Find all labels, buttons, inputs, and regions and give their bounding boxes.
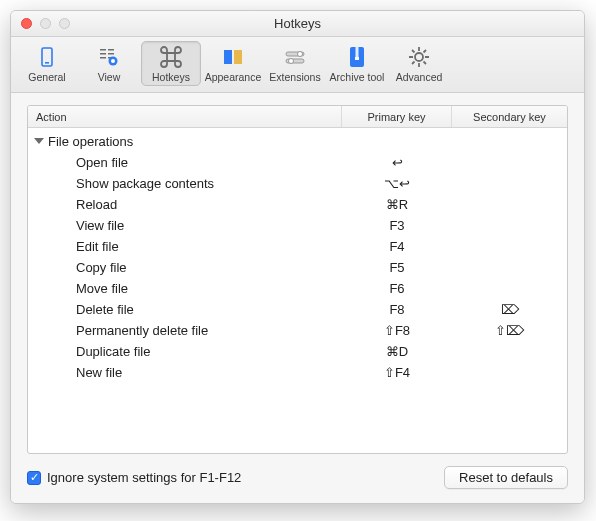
tab-extensions[interactable]: Extensions <box>265 41 325 86</box>
tab-appearance[interactable]: Appearance <box>203 41 263 86</box>
svg-line-25 <box>424 62 427 65</box>
svg-rect-18 <box>355 57 359 60</box>
secondary-key-cell[interactable]: ⌦ <box>452 302 567 317</box>
primary-key-cell[interactable]: ⌥↩ <box>342 176 452 191</box>
action-cell: Reload <box>28 197 342 212</box>
table-row[interactable]: Duplicate file⌘D <box>28 341 567 362</box>
tab-view[interactable]: View <box>79 41 139 86</box>
table-row[interactable]: Show package contents⌥↩ <box>28 173 567 194</box>
tab-label: Advanced <box>396 71 443 83</box>
table-row[interactable]: New file⇧F4 <box>28 362 567 383</box>
group-row[interactable]: File operations <box>28 130 567 152</box>
svg-rect-2 <box>100 49 106 51</box>
secondary-key-cell[interactable]: ⇧⌦ <box>452 323 567 338</box>
table-row[interactable]: Delete fileF8⌦ <box>28 299 567 320</box>
tab-label: Extensions <box>269 71 320 83</box>
svg-rect-10 <box>224 50 232 64</box>
action-cell: Edit file <box>28 239 342 254</box>
tab-general[interactable]: General <box>17 41 77 86</box>
action-cell: Move file <box>28 281 342 296</box>
action-cell: Open file <box>28 155 342 170</box>
primary-key-cell[interactable]: F6 <box>342 281 452 296</box>
svg-rect-17 <box>356 47 359 58</box>
checkbox-icon: ✓ <box>27 471 41 485</box>
action-cell: Show package contents <box>28 176 342 191</box>
svg-line-26 <box>412 62 415 65</box>
content-area: Action Primary key Secondary key File op… <box>11 93 584 503</box>
column-primary[interactable]: Primary key <box>342 106 452 127</box>
tab-label: Appearance <box>205 71 262 83</box>
svg-rect-3 <box>100 53 106 55</box>
action-cell: Copy file <box>28 260 342 275</box>
action-cell: View file <box>28 218 342 233</box>
tab-label: Hotkeys <box>152 71 190 83</box>
svg-rect-11 <box>234 50 242 64</box>
table-row[interactable]: Edit fileF4 <box>28 236 567 257</box>
advanced-icon <box>405 45 433 69</box>
primary-key-cell[interactable]: F4 <box>342 239 452 254</box>
svg-rect-1 <box>45 62 49 64</box>
table-row[interactable]: Permanently delete file⇧F8⇧⌦ <box>28 320 567 341</box>
primary-key-cell[interactable]: ⌘R <box>342 197 452 212</box>
tab-hotkeys[interactable]: Hotkeys <box>141 41 201 86</box>
primary-key-cell[interactable]: ⇧F4 <box>342 365 452 380</box>
tab-advanced[interactable]: Advanced <box>389 41 449 86</box>
action-cell: New file <box>28 365 342 380</box>
svg-rect-6 <box>108 53 114 55</box>
preferences-toolbar: GeneralViewHotkeysAppearanceExtensionsAr… <box>11 37 584 93</box>
column-action[interactable]: Action <box>28 106 342 127</box>
table-row[interactable]: Open file↩ <box>28 152 567 173</box>
svg-rect-4 <box>100 57 106 59</box>
zoom-window-button[interactable] <box>59 18 70 29</box>
titlebar: Hotkeys <box>11 11 584 37</box>
table-row[interactable]: Reload⌘R <box>28 194 567 215</box>
window-controls <box>21 18 70 29</box>
action-cell: Permanently delete file <box>28 323 342 338</box>
svg-point-15 <box>289 59 294 64</box>
tab-label: View <box>98 71 121 83</box>
group-label: File operations <box>48 134 133 149</box>
window-title: Hotkeys <box>274 16 321 31</box>
close-window-button[interactable] <box>21 18 32 29</box>
primary-key-cell[interactable]: F5 <box>342 260 452 275</box>
view-icon <box>95 45 123 69</box>
action-cell: Delete file <box>28 302 342 317</box>
table-header: Action Primary key Secondary key <box>28 106 567 128</box>
svg-point-13 <box>298 52 303 57</box>
archive-icon <box>343 45 371 69</box>
svg-point-19 <box>415 53 423 61</box>
tab-label: General <box>28 71 65 83</box>
table-row[interactable]: Move fileF6 <box>28 278 567 299</box>
tab-archive[interactable]: Archive tool <box>327 41 387 86</box>
general-icon <box>33 45 61 69</box>
minimize-window-button[interactable] <box>40 18 51 29</box>
primary-key-cell[interactable]: F3 <box>342 218 452 233</box>
svg-line-27 <box>424 50 427 53</box>
table-body: File operationsOpen file↩Show package co… <box>28 128 567 453</box>
checkbox-label: Ignore system settings for F1-F12 <box>47 470 241 485</box>
svg-line-24 <box>412 50 415 53</box>
disclosure-triangle-icon[interactable] <box>34 138 44 144</box>
svg-rect-5 <box>108 49 114 51</box>
preferences-window: Hotkeys GeneralViewHotkeysAppearanceExte… <box>10 10 585 504</box>
primary-key-cell[interactable]: ↩ <box>342 155 452 170</box>
table-row[interactable]: View fileF3 <box>28 215 567 236</box>
primary-key-cell[interactable]: ⇧F8 <box>342 323 452 338</box>
extensions-icon <box>281 45 309 69</box>
tab-label: Archive tool <box>330 71 385 83</box>
reset-defaults-button[interactable]: Reset to defauls <box>444 466 568 489</box>
footer-row: ✓ Ignore system settings for F1-F12 Rese… <box>27 454 568 489</box>
ignore-fkeys-checkbox[interactable]: ✓ Ignore system settings for F1-F12 <box>27 470 241 485</box>
hotkeys-icon <box>157 45 185 69</box>
svg-point-9 <box>111 59 115 63</box>
appearance-icon <box>219 45 247 69</box>
table-row[interactable]: Copy fileF5 <box>28 257 567 278</box>
hotkeys-table: Action Primary key Secondary key File op… <box>27 105 568 454</box>
primary-key-cell[interactable]: ⌘D <box>342 344 452 359</box>
primary-key-cell[interactable]: F8 <box>342 302 452 317</box>
column-secondary[interactable]: Secondary key <box>452 106 567 127</box>
action-cell: Duplicate file <box>28 344 342 359</box>
